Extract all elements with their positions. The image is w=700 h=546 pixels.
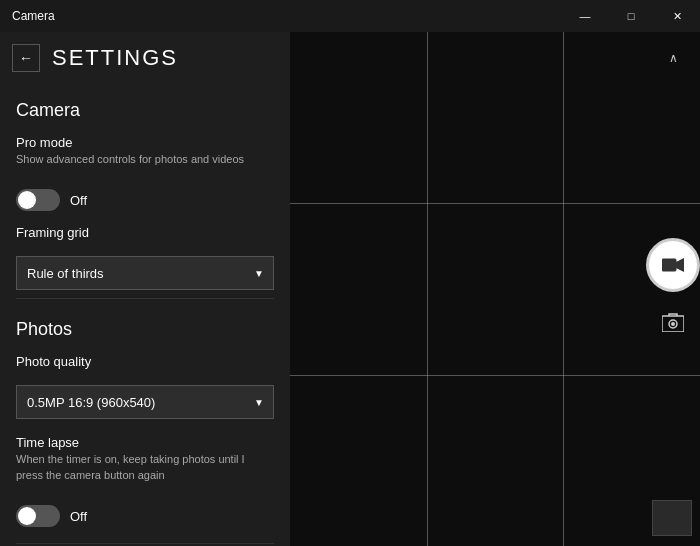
pro-mode-toggle[interactable]: [16, 189, 60, 211]
divider-2: [16, 543, 274, 544]
pro-mode-title: Pro mode: [16, 135, 274, 150]
time-lapse-toggle-label: Off: [70, 509, 87, 524]
grid-line-horizontal-1: [290, 203, 700, 204]
photo-quality-item: Photo quality: [0, 348, 290, 381]
grid-line-vertical-2: [563, 32, 564, 546]
app-title: Camera: [12, 9, 55, 23]
zoom-up-button[interactable]: ∧: [655, 44, 691, 72]
section-camera-label: Camera: [0, 88, 290, 129]
toggle-thumb: [18, 191, 36, 209]
main-content: ← SETTINGS Camera Pro mode Show advanced…: [0, 32, 700, 546]
pro-mode-toggle-row: Off: [0, 185, 290, 219]
time-lapse-item: Time lapse When the timer is on, keep ta…: [0, 429, 290, 501]
time-lapse-toggle-row: Off: [0, 501, 290, 535]
settings-header: ← SETTINGS: [0, 32, 290, 88]
video-capture-button[interactable]: [646, 238, 700, 292]
framing-grid-title: Framing grid: [16, 225, 274, 240]
framing-grid-dropdown-wrapper: None Rule of thirds Grid Square ▼: [16, 256, 274, 290]
camera-view: ∧ ∨: [290, 32, 700, 546]
photo-quality-dropdown-wrapper: 0.5MP 16:9 (960x540) 1MP 16:9 (1280x720)…: [16, 385, 274, 419]
photo-capture-button[interactable]: [655, 304, 691, 340]
close-button[interactable]: ✕: [654, 0, 700, 32]
time-lapse-toggle-thumb: [18, 507, 36, 525]
chevron-up-icon: ∧: [669, 51, 678, 65]
grid-overlay: [290, 32, 700, 546]
svg-marker-1: [676, 258, 684, 272]
divider-1: [16, 298, 274, 299]
grid-line-horizontal-2: [290, 375, 700, 376]
time-lapse-title: Time lapse: [16, 435, 274, 450]
svg-point-4: [671, 322, 675, 326]
thumbnail-button[interactable]: [652, 500, 692, 536]
pro-mode-item: Pro mode Show advanced controls for phot…: [0, 129, 290, 185]
time-lapse-desc: When the timer is on, keep taking photos…: [16, 452, 274, 483]
camera-controls: ∧ ∨: [646, 32, 700, 546]
section-photos-label: Photos: [0, 307, 290, 348]
video-capture-icon: [662, 256, 684, 274]
minimize-button[interactable]: —: [562, 0, 608, 32]
settings-panel: ← SETTINGS Camera Pro mode Show advanced…: [0, 32, 290, 546]
svg-rect-0: [662, 259, 676, 271]
titlebar: Camera — □ ✕: [0, 0, 700, 32]
photo-quality-title: Photo quality: [16, 354, 274, 369]
pro-mode-desc: Show advanced controls for photos and vi…: [16, 152, 274, 167]
framing-grid-dropdown[interactable]: None Rule of thirds Grid Square: [16, 256, 274, 290]
maximize-button[interactable]: □: [608, 0, 654, 32]
photo-capture-icon: [662, 312, 684, 332]
grid-line-vertical-1: [427, 32, 428, 546]
window-controls: — □ ✕: [562, 0, 700, 32]
settings-title: SETTINGS: [52, 45, 178, 71]
pro-mode-toggle-label: Off: [70, 193, 87, 208]
photo-quality-dropdown[interactable]: 0.5MP 16:9 (960x540) 1MP 16:9 (1280x720)…: [16, 385, 274, 419]
back-arrow-icon: ←: [19, 50, 33, 66]
framing-grid-item: Framing grid: [0, 219, 290, 252]
back-button[interactable]: ←: [12, 44, 40, 72]
capture-controls: [646, 238, 700, 340]
time-lapse-toggle[interactable]: [16, 505, 60, 527]
